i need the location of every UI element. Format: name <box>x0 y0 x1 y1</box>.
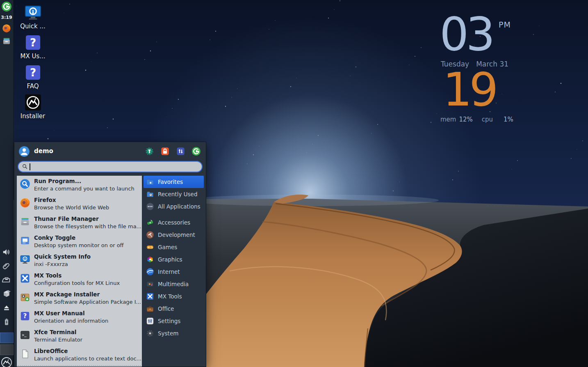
menu-item-thunar-file-manager[interactable]: Thunar File ManagerBrowse the filesystem… <box>17 215 142 234</box>
desktop-icon-label: MX Us... <box>20 53 45 60</box>
firefox-launcher[interactable] <box>2 24 11 33</box>
category-label: Internet <box>158 268 180 275</box>
desktop-icon-label: FAQ <box>27 83 39 90</box>
category-list: FavoritesRecently UsedAll ApplicationsAc… <box>142 176 206 367</box>
category-internet[interactable]: Internet <box>144 266 204 278</box>
eject-icon[interactable] <box>2 303 11 312</box>
mem-value: 12% <box>459 116 472 123</box>
category-favorites[interactable]: Favorites <box>144 176 204 188</box>
package-installer-icon <box>20 292 30 303</box>
category-label: Games <box>158 244 177 250</box>
menu-item-quick-system-info[interactable]: Quick System Infoinxi -Fxxxrza <box>17 252 142 271</box>
category-label: Development <box>158 232 195 238</box>
thunar-icon <box>20 216 30 227</box>
switch-user-button[interactable] <box>176 147 185 156</box>
search-icon <box>21 163 28 170</box>
category-label: Recently Used <box>158 191 197 197</box>
cpu-value: 1% <box>504 116 513 123</box>
conky-stats: mem 12% cpu 1% <box>440 116 526 123</box>
menu-item-firefox[interactable]: FirefoxBrowse the World Wide Web <box>17 196 142 215</box>
category-label: Multimedia <box>158 281 189 287</box>
category-development[interactable]: Development <box>144 229 204 241</box>
user-manual-icon: ? <box>24 63 42 82</box>
lock-screen-button[interactable] <box>160 147 170 156</box>
svg-text:?: ? <box>30 67 36 79</box>
category-all-applications[interactable]: All Applications <box>144 200 204 213</box>
conky-ampm: PM <box>499 20 511 29</box>
office-icon <box>146 305 154 313</box>
category-games[interactable]: Games <box>144 241 204 253</box>
username: demo <box>34 147 53 155</box>
user-manual-icon: ? <box>24 33 42 52</box>
category-accessories[interactable]: Accessories <box>144 216 204 229</box>
menu-item-subtitle: inxi -Fxxxrza <box>34 261 91 268</box>
category-office[interactable]: Office <box>144 303 204 315</box>
category-graphics[interactable]: Graphics <box>144 253 204 266</box>
category-label: System <box>158 330 178 337</box>
settings-button[interactable] <box>145 147 154 156</box>
desktop-icon-label: Quick ... <box>20 23 46 30</box>
libreoffice-icon <box>20 349 30 359</box>
log-out-button[interactable] <box>191 147 201 156</box>
menu-item-subtitle: Configuration tools for MX Linux <box>34 280 120 287</box>
menu-item-subtitle: Enter a command you want to launch <box>34 185 134 193</box>
menu-item-mx-tools[interactable]: MX ToolsConfiguration tools for MX Linux <box>17 271 142 290</box>
file-manager-launcher[interactable] <box>2 37 11 46</box>
menu-item-title: Xfce Terminal <box>34 328 82 336</box>
category-settings[interactable]: Settings <box>144 315 204 327</box>
development-icon <box>146 231 154 239</box>
category-mx-tools[interactable]: MX Tools <box>144 290 204 303</box>
menu-item-xfce-terminal[interactable]: >_Xfce TerminalTerminal Emulator <box>17 328 142 347</box>
user-avatar[interactable] <box>18 146 30 157</box>
favorites-list: Run Program...Enter a command you want t… <box>17 176 142 367</box>
desktop-icon-installer[interactable]: Installer <box>14 93 52 123</box>
menu-item-mx-package-installer[interactable]: MX Package InstallerSimple Software Appl… <box>17 290 142 309</box>
svg-text:?: ? <box>30 37 36 49</box>
workspace-1[interactable] <box>0 333 14 343</box>
category-system[interactable]: System <box>144 327 204 339</box>
text-caret <box>30 163 30 170</box>
cpu-label: cpu <box>482 116 493 123</box>
taskbar-panel: 3:19 <box>0 0 14 367</box>
menu-item-mx-user-manual[interactable]: ?MX User ManualOrientation and informati… <box>17 309 142 328</box>
svg-text:>_: >_ <box>22 333 27 337</box>
desktop-icon-faq[interactable]: ?FAQ <box>14 63 52 93</box>
package-updater-icon[interactable] <box>2 289 11 298</box>
search-bar[interactable] <box>18 161 203 172</box>
desktop: 03 PM Tuesday March 31 19 mem 12% cpu 1%… <box>0 0 588 367</box>
workspace-2[interactable] <box>0 344 14 355</box>
graphics-icon <box>146 255 154 264</box>
category-label: All Applications <box>158 203 201 210</box>
menu-item-subtitle: Desktop system monitor on or off <box>34 242 124 249</box>
desktop-icon-mx-us[interactable]: ?MX Us... <box>14 33 52 63</box>
desktop-icon-quick[interactable]: Quick ... <box>14 3 52 33</box>
clipboard-icon[interactable] <box>2 261 11 271</box>
category-label: Office <box>158 305 174 312</box>
category-label: Favorites <box>158 179 183 185</box>
menu-item-title: Firefox <box>34 196 109 204</box>
menu-item-run-program[interactable]: Run Program...Enter a command you want t… <box>17 177 142 196</box>
mx-logo-badge <box>0 356 13 367</box>
menu-item-subtitle: Orientation and information <box>34 317 108 325</box>
panel-clock: 3:19 <box>1 15 12 20</box>
accessories-icon <box>146 218 154 227</box>
battery-icon[interactable] <box>2 317 11 326</box>
user-manual-icon: ? <box>20 311 30 321</box>
volume-icon[interactable] <box>2 248 11 257</box>
conky-minute: 19 <box>443 70 526 109</box>
mx-installer-icon <box>24 93 42 112</box>
menu-item-libreoffice[interactable]: LibreOfficeLaunch applications to create… <box>17 347 142 366</box>
network-icon[interactable] <box>2 275 11 284</box>
desktop-icon-label: Installer <box>21 112 46 120</box>
conky-hour: 03 <box>440 7 492 61</box>
category-multimedia[interactable]: Multimedia <box>144 278 204 290</box>
menu-item-subtitle: Simple Software Application Package I... <box>34 298 141 306</box>
menu-item-conky-toggle[interactable]: Conky ToggleDesktop system monitor on or… <box>17 234 142 252</box>
conky-clock: 03 PM Tuesday March 31 19 mem 12% cpu 1% <box>436 15 526 123</box>
mx-tools-icon <box>20 273 30 284</box>
category-recently-used[interactable]: Recently Used <box>144 188 204 200</box>
search-input[interactable] <box>31 162 198 172</box>
mx-menu-button[interactable] <box>1 1 12 12</box>
mem-label: mem <box>440 116 456 123</box>
menu-item-subtitle: Browse the filesystem with the file ma..… <box>34 223 141 230</box>
